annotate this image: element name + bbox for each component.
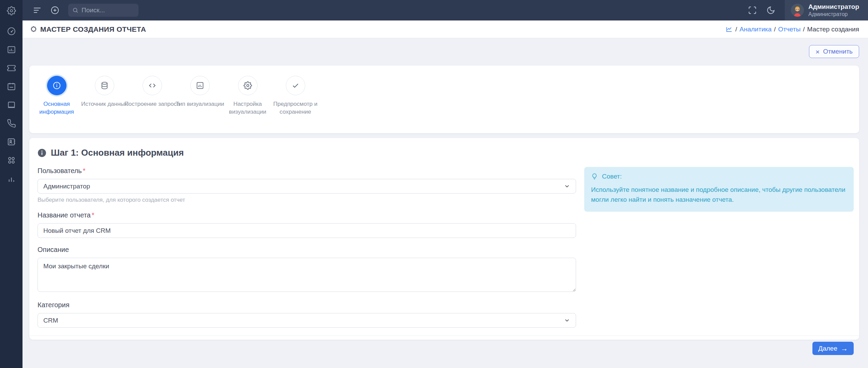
step-label: Тип визуализации (176, 100, 224, 108)
title-field-group: Название отчета* (38, 211, 576, 238)
info-icon (38, 148, 46, 157)
knowledge-base-icon[interactable] (7, 100, 16, 110)
breadcrumb-link-analytics[interactable]: Аналитика (739, 26, 771, 33)
label-text: Пользователь (38, 167, 82, 174)
wizard-badge-icon (30, 26, 37, 33)
topbar: Администратор Администратор (23, 0, 868, 20)
user-field-group: Пользователь* Администратор Выберите пол… (38, 167, 576, 203)
user-menu[interactable]: Администратор Администратор (785, 0, 868, 20)
step-visualization-type[interactable]: Тип визуализации (176, 76, 224, 133)
apps-icon[interactable] (7, 156, 16, 165)
check-icon (286, 76, 305, 95)
dashboard-gauge-icon[interactable] (7, 27, 16, 36)
step-preview-save[interactable]: Предпросмотр и сохранение (271, 76, 319, 133)
user-select-value: Администратор (43, 183, 90, 190)
avatar (791, 4, 804, 17)
breadcrumb-separator: / (803, 26, 805, 33)
cancel-button[interactable]: × Отменить (809, 45, 859, 58)
user-select[interactable]: Администратор (38, 179, 576, 194)
main-column: Администратор Администратор МАСТЕР СОЗДА… (23, 0, 868, 368)
breadcrumb-separator: / (735, 26, 737, 33)
label-text: Название отчета (38, 211, 91, 219)
code-icon (143, 76, 162, 95)
close-icon: × (815, 48, 820, 55)
fullscreen-icon[interactable] (748, 6, 757, 15)
chevron-down-icon (564, 317, 570, 324)
step-label: Основная информация (39, 100, 74, 116)
phone-icon[interactable] (7, 119, 16, 128)
category-select[interactable]: CRM (38, 313, 576, 328)
chevron-down-icon (564, 183, 570, 189)
icon-sidebar (0, 0, 23, 368)
step-data-source[interactable]: Источник данных (80, 76, 128, 133)
database-icon (95, 76, 114, 95)
description-field-label: Описание (38, 246, 576, 254)
description-field-group: Описание Мои закрытые сделки (38, 246, 576, 293)
required-mark: * (83, 167, 86, 174)
calendar-icon[interactable] (7, 82, 16, 91)
contacts-icon[interactable] (7, 137, 16, 146)
next-button[interactable]: Далее → (812, 342, 854, 355)
analytics-chart-icon (725, 26, 733, 33)
step-label: Настройка визуализации (227, 100, 268, 116)
hint-header: Совет: (591, 173, 847, 180)
page-actions: × Отменить (29, 45, 859, 58)
required-mark: * (92, 211, 94, 219)
hint-text: Используйте понятное название и подробно… (591, 185, 847, 205)
page-title: МАСТЕР СОЗДАНИЯ ОТЧЕТА (40, 25, 146, 33)
user-role: Администратор (808, 11, 859, 18)
hint-title: Совет: (602, 173, 622, 180)
dark-mode-moon-icon[interactable] (766, 6, 775, 15)
title-left: МАСТЕР СОЗДАНИЯ ОТЧЕТА (30, 25, 146, 33)
arrow-right-icon: → (841, 345, 848, 352)
analytics-board-icon[interactable] (7, 45, 16, 54)
user-field-label: Пользователь* (38, 167, 576, 175)
category-field-label: Категория (38, 301, 576, 309)
step-basic-info[interactable]: Основная информация (33, 76, 80, 133)
step1-footer: Далее → (29, 336, 859, 361)
topbar-right: Администратор Администратор (748, 0, 868, 20)
form-fields-column: Пользователь* Администратор Выберите пол… (38, 167, 576, 336)
cancel-button-label: Отменить (823, 48, 853, 55)
page-body: × Отменить Основная информация Источник … (23, 38, 868, 368)
user-texts: Администратор Администратор (808, 3, 859, 18)
user-field-help: Выберите пользователя, для которого созд… (38, 197, 576, 203)
gear-icon (238, 76, 258, 95)
step-visualization-settings[interactable]: Настройка визуализации (224, 76, 271, 133)
step-label: Предпросмотр и сохранение (270, 100, 321, 116)
wizard-stepper: Основная информация Источник данных Пост… (29, 66, 859, 133)
step1-form: Пользователь* Администратор Выберите пол… (29, 167, 859, 336)
reports-icon[interactable] (7, 174, 16, 183)
title-field-label: Название отчета* (38, 211, 576, 219)
step1-title: Шаг 1: Основная информация (51, 147, 184, 158)
next-button-label: Далее (818, 345, 837, 352)
chart-image-icon (190, 76, 210, 95)
user-name: Администратор (808, 3, 859, 11)
category-field-group: Категория CRM (38, 301, 576, 328)
info-icon (47, 76, 67, 95)
global-search[interactable] (68, 4, 138, 17)
lightbulb-icon (591, 173, 598, 180)
step-label: Источник данных (81, 100, 128, 108)
hamburger-menu-icon[interactable] (33, 6, 42, 15)
tickets-icon[interactable] (7, 63, 16, 73)
description-textarea[interactable]: Мои закрытые сделки (38, 258, 576, 292)
search-icon (72, 7, 78, 13)
breadcrumb-link-reports[interactable]: Отчеты (778, 26, 801, 33)
search-input[interactable] (82, 6, 134, 14)
topbar-left (33, 4, 138, 17)
category-select-value: CRM (43, 317, 58, 324)
breadcrumb-current: Мастер создания (807, 26, 859, 33)
hint-box: Совет: Используйте понятное название и п… (584, 167, 854, 212)
step1-card: Шаг 1: Основная информация Пользователь*… (29, 138, 859, 340)
add-new-icon[interactable] (50, 6, 59, 15)
breadcrumb: / Аналитика / Отчеты / Мастер создания (725, 26, 859, 33)
step-label: Построение запроса (124, 100, 180, 108)
titlebar: МАСТЕР СОЗДАНИЯ ОТЧЕТА / Аналитика / Отч… (23, 20, 868, 38)
step1-heading: Шаг 1: Основная информация (29, 138, 859, 167)
report-title-input[interactable] (38, 223, 576, 238)
breadcrumb-separator: / (774, 26, 776, 33)
settings-icon[interactable] (7, 6, 16, 15)
step-query-builder[interactable]: Построение запроса (128, 76, 176, 133)
